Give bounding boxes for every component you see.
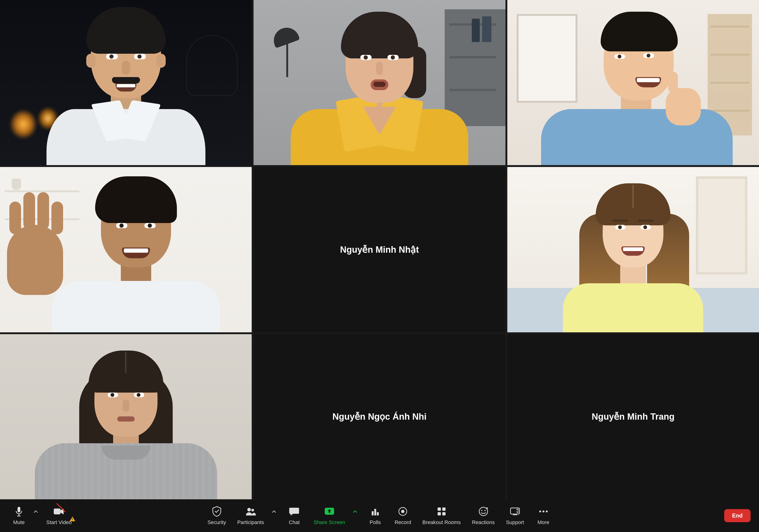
svg-rect-14 [437,512,441,515]
polls-label: Polls [370,519,381,525]
mute-label: Mute [13,519,25,525]
participant-name-label: Nguyễn Minh Trang [592,411,674,422]
svg-point-18 [484,510,486,511]
participant-tile-6[interactable] [507,167,759,332]
svg-point-5 [252,509,254,512]
warning-icon [70,516,75,521]
polls-button[interactable]: Polls [365,504,386,527]
participant-tile-8[interactable]: Nguyễn Ngọc Ánh Nhi [254,334,505,499]
polls-icon [370,506,381,517]
chat-label: Chat [289,519,300,525]
chat-icon [289,506,300,517]
end-meeting-button[interactable]: End [724,509,751,522]
support-label: Support [506,519,524,525]
share-screen-icon [324,506,335,517]
share-options-caret[interactable] [352,509,358,515]
participant-tile-4[interactable] [0,167,252,332]
participants-icon [245,506,256,517]
svg-rect-1 [19,514,20,516]
end-label: End [732,513,743,519]
svg-rect-8 [374,509,376,515]
security-label: Security [208,519,226,525]
record-button[interactable]: Record [392,504,414,527]
mute-options-caret[interactable] [33,509,39,515]
svg-point-11 [401,510,405,513]
svg-point-16 [479,507,488,516]
svg-point-22 [542,511,544,513]
start-video-button[interactable]: Start Video [44,504,74,527]
start-video-label: Start Video [46,519,71,525]
share-screen-label: Share Screen [314,519,345,525]
reactions-button[interactable]: Reactions [469,504,497,527]
more-label: More [538,519,549,525]
svg-rect-3 [54,509,60,514]
breakout-rooms-label: Breakout Rooms [422,519,461,525]
more-button[interactable]: More [533,504,554,527]
video-grid: Nguyễn Minh Nhật Nguyễn Ngọc Ánh Nhi Ngu… [0,0,759,499]
svg-rect-2 [17,516,21,516]
svg-rect-0 [18,507,20,513]
share-screen-button[interactable]: Share Screen [311,504,347,527]
shield-icon [211,506,222,517]
svg-rect-12 [437,508,441,511]
svg-point-17 [481,510,482,511]
microphone-icon [13,506,24,517]
video-camera-icon [53,506,64,517]
chat-button[interactable]: Chat [284,504,305,527]
participant-tile-5[interactable]: Nguyễn Minh Nhật [254,167,505,332]
reactions-icon [478,506,489,517]
participant-name-label: Nguyễn Ngọc Ánh Nhi [333,411,427,422]
breakout-rooms-icon [436,506,447,517]
svg-rect-15 [442,512,445,515]
svg-point-21 [539,511,541,513]
record-icon [397,506,409,517]
support-icon [509,506,521,517]
participant-tile-7[interactable] [0,334,252,499]
participants-button[interactable]: Participants [235,504,266,527]
participant-tile-3[interactable] [507,0,759,165]
participants-options-caret[interactable] [271,509,277,515]
svg-point-23 [546,511,547,513]
reactions-label: Reactions [472,519,495,525]
participant-tile-2[interactable] [254,0,505,165]
svg-rect-13 [442,508,445,511]
security-button[interactable]: Security [205,504,228,527]
participants-label: Participants [237,519,264,525]
breakout-rooms-button[interactable]: Breakout Rooms [420,504,463,527]
svg-rect-20 [513,514,517,515]
more-icon [538,506,549,517]
support-button[interactable]: Support [503,504,526,527]
record-label: Record [395,519,411,525]
svg-rect-7 [372,511,374,515]
svg-rect-9 [377,512,379,515]
mute-button[interactable]: Mute [8,504,29,527]
participant-tile-9[interactable]: Nguyễn Minh Trang [507,334,759,499]
participant-tile-1[interactable] [0,0,252,165]
svg-point-4 [247,508,251,512]
meeting-toolbar: Mute Start Video Security Participants [0,499,759,532]
participant-name-label: Nguyễn Minh Nhật [340,245,419,255]
